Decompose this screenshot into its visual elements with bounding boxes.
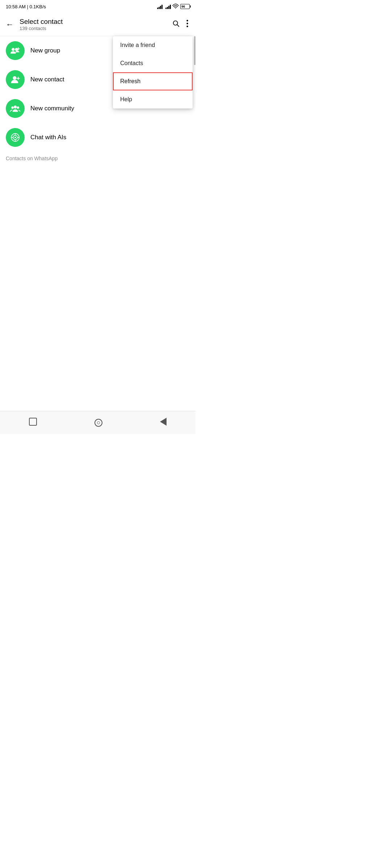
svg-point-7 — [15, 48, 18, 51]
page-title: Select contact — [20, 18, 171, 26]
avatar-chat-with-ais — [6, 128, 25, 147]
dropdown-item-help[interactable]: Help — [113, 90, 193, 109]
svg-point-22 — [14, 137, 16, 138]
avatar-new-contact — [6, 70, 25, 89]
dropdown-item-refresh[interactable]: Refresh — [113, 72, 193, 90]
avatar-new-group — [6, 41, 25, 60]
nav-back-button[interactable] — [156, 414, 170, 431]
back-button[interactable]: ← — [6, 20, 14, 29]
svg-point-13 — [11, 106, 14, 109]
new-group-label: New group — [30, 47, 60, 54]
header: ← Select contact 139 contacts — [0, 13, 196, 36]
battery-icon: 96 — [180, 4, 190, 9]
svg-point-15 — [17, 106, 19, 109]
circle-inner-icon — [97, 421, 100, 424]
svg-point-14 — [14, 106, 17, 109]
svg-point-4 — [186, 22, 188, 24]
wifi-icon — [172, 4, 179, 10]
list-item-chat-with-ais[interactable]: Chat with AIs — [0, 123, 196, 152]
svg-point-3 — [186, 20, 188, 21]
dropdown-item-invite-friend[interactable]: Invite a friend — [113, 36, 193, 54]
svg-point-10 — [13, 76, 16, 80]
more-options-button[interactable] — [185, 18, 190, 31]
header-icons — [171, 18, 190, 31]
new-community-label: New community — [30, 105, 74, 112]
dropdown-item-contacts[interactable]: Contacts — [113, 54, 193, 72]
dropdown-menu: Invite a friend Contacts Refresh Help — [113, 36, 193, 109]
section-label: Contacts on WhatsApp — [0, 152, 196, 163]
new-contact-label: New contact — [30, 76, 64, 83]
svg-point-6 — [12, 48, 14, 51]
avatar-new-community — [6, 99, 25, 118]
nav-bar — [0, 411, 196, 434]
svg-point-0 — [175, 8, 176, 9]
circle-icon — [94, 419, 102, 427]
nav-square-button[interactable] — [25, 414, 41, 431]
search-button[interactable] — [171, 18, 181, 31]
contact-count: 139 contacts — [20, 26, 171, 31]
signal-icon-1 — [157, 4, 163, 9]
scrollbar[interactable] — [194, 36, 196, 65]
status-bar: 10:58 AM | 0.1KB/s 96 — [0, 0, 196, 13]
signal-icon-2 — [165, 4, 171, 9]
svg-point-5 — [186, 25, 188, 27]
triangle-back-icon — [160, 418, 167, 426]
status-icons: 96 — [157, 4, 190, 10]
square-icon — [29, 418, 37, 426]
nav-home-button[interactable] — [91, 415, 106, 430]
svg-line-2 — [177, 25, 179, 26]
status-time: 10:58 AM | 0.1KB/s — [6, 4, 46, 9]
chat-with-ais-label: Chat with AIs — [30, 134, 66, 141]
header-title-area: Select contact 139 contacts — [20, 18, 171, 31]
